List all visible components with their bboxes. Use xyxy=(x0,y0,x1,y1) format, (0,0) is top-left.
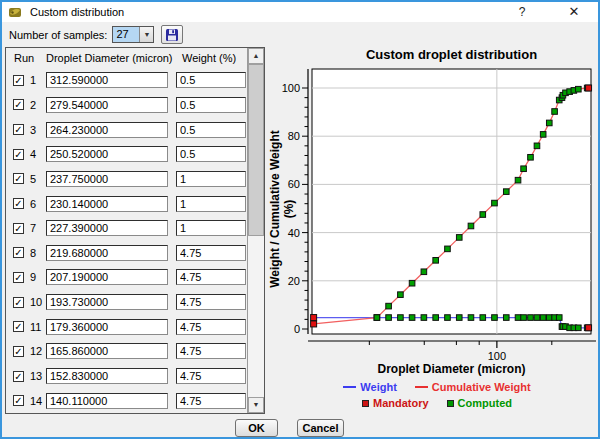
table-header: Run Droplet Diameter (micron) Weight (%) xyxy=(6,48,247,68)
row-checkbox[interactable]: ✓ xyxy=(13,395,24,406)
diameter-input[interactable] xyxy=(46,122,168,138)
row-checkbox[interactable]: ✓ xyxy=(13,321,24,332)
row-checkbox[interactable]: ✓ xyxy=(13,75,24,86)
close-button[interactable]: ✕ xyxy=(558,2,590,22)
chart-legend-markers: MandatoryComputed xyxy=(287,397,587,409)
svg-text:100: 100 xyxy=(282,82,300,94)
run-number: 8 xyxy=(30,247,36,259)
scroll-down-icon[interactable]: ▼ xyxy=(248,397,264,413)
row-checkbox[interactable]: ✓ xyxy=(13,198,24,209)
samples-combobox[interactable]: 27 ▼ xyxy=(112,26,154,43)
chart-plot: 020406080100100 xyxy=(267,47,598,409)
table-scrollbar[interactable]: ▲ ▼ xyxy=(247,48,264,413)
run-number: 7 xyxy=(30,222,36,234)
table-row: ✓6 xyxy=(6,191,247,216)
table-row: ✓3 xyxy=(6,117,247,142)
row-checkbox[interactable]: ✓ xyxy=(13,247,24,258)
row-checkbox[interactable]: ✓ xyxy=(13,272,24,283)
diameter-input[interactable] xyxy=(46,393,168,409)
chart-x-axis-label: Droplet Diameter (micron) xyxy=(312,362,591,376)
weight-input[interactable] xyxy=(176,97,246,113)
weight-input[interactable] xyxy=(176,220,246,236)
chart-panel: Custom droplet distribution Weight / Cum… xyxy=(267,47,598,411)
run-number: 9 xyxy=(30,271,36,283)
chart-legend-line-series: WeightCumulative Weight xyxy=(287,381,587,393)
help-button[interactable]: ? xyxy=(506,2,538,22)
table-row: ✓5 xyxy=(6,167,247,192)
row-checkbox[interactable]: ✓ xyxy=(13,124,24,135)
table-row: ✓4 xyxy=(6,142,247,167)
table-row: ✓2 xyxy=(6,93,247,118)
legend-label: Mandatory xyxy=(373,397,429,409)
weight-input[interactable] xyxy=(176,368,246,384)
table-row: ✓11 xyxy=(6,314,247,339)
dropdown-arrow-icon[interactable]: ▼ xyxy=(139,27,153,42)
row-checkbox[interactable]: ✓ xyxy=(13,371,24,382)
cancel-button[interactable]: Cancel xyxy=(297,419,344,437)
table-row: ✓1 xyxy=(6,68,247,93)
diameter-input[interactable] xyxy=(46,97,168,113)
legend-line-swatch xyxy=(343,386,356,388)
table-rows: ✓1✓2✓3✓4✓5✓6✓7✓8✓9✓10✓11✓12✓13✓14 xyxy=(6,68,247,413)
row-checkbox[interactable]: ✓ xyxy=(13,149,24,160)
diameter-input[interactable] xyxy=(46,245,168,261)
weight-input[interactable] xyxy=(176,294,246,310)
table-row: ✓13 xyxy=(6,364,247,389)
scroll-up-icon[interactable]: ▲ xyxy=(248,48,264,64)
samples-table: Run Droplet Diameter (micron) Weight (%)… xyxy=(5,47,265,414)
table-row: ✓14 xyxy=(6,388,247,413)
diameter-input[interactable] xyxy=(46,196,168,212)
diameter-input[interactable] xyxy=(46,294,168,310)
table-row: ✓12 xyxy=(6,339,247,364)
samples-value[interactable]: 27 xyxy=(113,27,139,42)
legend-square-swatch xyxy=(447,400,454,407)
weight-input[interactable] xyxy=(176,245,246,261)
row-checkbox[interactable]: ✓ xyxy=(13,346,24,357)
scrollbar-thumb[interactable] xyxy=(248,64,264,236)
weight-input[interactable] xyxy=(176,196,246,212)
weight-input[interactable] xyxy=(176,393,246,409)
run-number: 6 xyxy=(30,198,36,210)
run-number: 3 xyxy=(30,124,36,136)
header-diameter: Droplet Diameter (micron) xyxy=(46,52,173,64)
weight-input[interactable] xyxy=(176,171,246,187)
diameter-input[interactable] xyxy=(46,343,168,359)
weight-input[interactable] xyxy=(176,72,246,88)
weight-input[interactable] xyxy=(176,122,246,138)
weight-input[interactable] xyxy=(176,319,246,335)
weight-input[interactable] xyxy=(176,343,246,359)
row-checkbox[interactable]: ✓ xyxy=(13,297,24,308)
row-checkbox[interactable]: ✓ xyxy=(13,223,24,234)
svg-text:0: 0 xyxy=(294,323,300,335)
diameter-input[interactable] xyxy=(46,146,168,162)
run-number: 13 xyxy=(30,370,42,382)
diameter-input[interactable] xyxy=(46,319,168,335)
diameter-input[interactable] xyxy=(46,171,168,187)
save-button[interactable] xyxy=(161,25,183,44)
run-number: 14 xyxy=(30,395,42,407)
diameter-input[interactable] xyxy=(46,72,168,88)
number-of-samples-label: Number of samples: xyxy=(9,29,107,41)
diameter-input[interactable] xyxy=(46,269,168,285)
app-icon xyxy=(8,5,22,19)
weight-input[interactable] xyxy=(176,269,246,285)
window-title: Custom distribution xyxy=(30,6,124,18)
run-number: 12 xyxy=(30,345,42,357)
run-number: 10 xyxy=(30,296,42,308)
legend-label: Computed xyxy=(458,397,512,409)
svg-text:100: 100 xyxy=(488,350,506,362)
weight-input[interactable] xyxy=(176,146,246,162)
table-row: ✓9 xyxy=(6,265,247,290)
run-number: 2 xyxy=(30,99,36,111)
header-run: Run xyxy=(14,52,34,64)
diameter-input[interactable] xyxy=(46,220,168,236)
legend-square-swatch xyxy=(362,400,369,407)
table-row: ✓7 xyxy=(6,216,247,241)
row-checkbox[interactable]: ✓ xyxy=(13,99,24,110)
header-weight: Weight (%) xyxy=(182,52,236,64)
run-number: 1 xyxy=(30,74,36,86)
row-checkbox[interactable]: ✓ xyxy=(13,173,24,184)
ok-button[interactable]: OK xyxy=(235,419,278,437)
legend-line-swatch xyxy=(415,386,428,388)
diameter-input[interactable] xyxy=(46,368,168,384)
